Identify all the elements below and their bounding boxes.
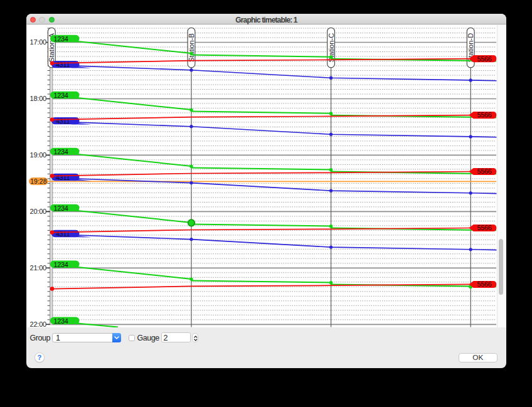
svg-text:19:00: 19:00 xyxy=(29,151,46,159)
svg-text:5566: 5566 xyxy=(477,112,492,119)
svg-text:17:00: 17:00 xyxy=(29,38,46,46)
svg-text:21:00: 21:00 xyxy=(29,264,46,272)
svg-text:4311: 4311 xyxy=(56,230,70,238)
svg-text:4311: 4311 xyxy=(56,117,70,125)
svg-text:1234: 1234 xyxy=(53,92,68,99)
svg-text:19:28: 19:28 xyxy=(30,178,46,185)
svg-text:4311: 4311 xyxy=(56,174,70,181)
svg-text:4311: 4311 xyxy=(56,61,70,68)
svg-text:1234: 1234 xyxy=(53,204,68,212)
svg-text:1234: 1234 xyxy=(53,35,68,43)
svg-text:Station-B: Station-B xyxy=(188,33,195,62)
svg-text:22:00: 22:00 xyxy=(29,320,46,327)
svg-text:5566: 5566 xyxy=(477,55,492,63)
svg-text:20:00: 20:00 xyxy=(29,208,46,215)
svg-text:1234: 1234 xyxy=(53,148,68,156)
svg-text:18:00: 18:00 xyxy=(29,95,46,102)
svg-text:1234: 1234 xyxy=(53,261,68,268)
svg-text:5566: 5566 xyxy=(477,168,492,176)
svg-text:1234: 1234 xyxy=(53,317,68,325)
svg-text:5566: 5566 xyxy=(477,224,492,231)
svg-text:5566: 5566 xyxy=(477,280,492,288)
